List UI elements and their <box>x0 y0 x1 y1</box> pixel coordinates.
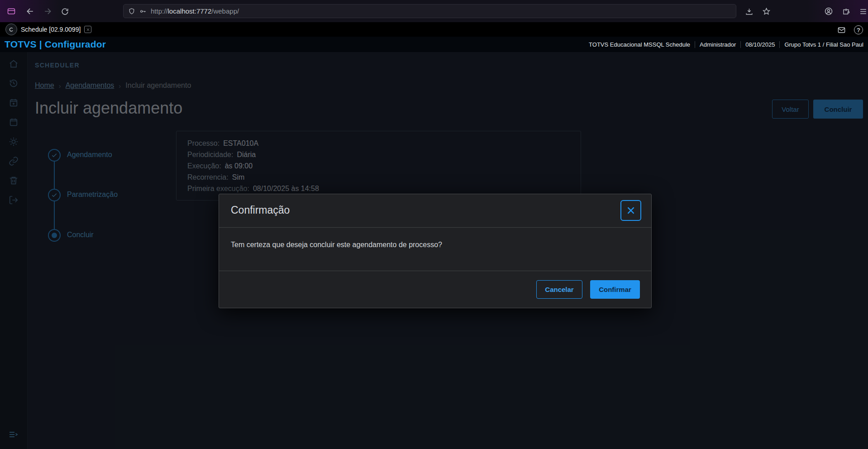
dialog-divider <box>219 271 651 271</box>
totvs-logo-icon <box>5 24 17 35</box>
firefox-view-icon[interactable] <box>4 4 19 19</box>
bookmark-star-icon[interactable] <box>758 4 774 19</box>
back-icon[interactable] <box>23 4 38 19</box>
tab-schedule[interactable]: Schedule [02.9.0099] <box>21 22 91 37</box>
totvs-header: TOTVS | Configurador TOTVS Educacional M… <box>0 37 868 52</box>
extensions-icon[interactable] <box>838 4 854 19</box>
brand-title: TOTVS | Configurador <box>5 37 106 52</box>
mail-icon[interactable] <box>835 24 848 36</box>
date-label: 08/10/2025 <box>740 41 779 48</box>
header-info: TOTVS Educacional MSSQL Schedule Adminis… <box>584 37 868 52</box>
url-input[interactable]: http://localhost:7772/webapp/ <box>123 4 736 18</box>
account-icon[interactable] <box>821 4 836 19</box>
url-text: http://localhost:7772/webapp/ <box>151 7 239 15</box>
app-tab-bar: Schedule [02.9.0099] ? <box>0 22 868 37</box>
dialog-divider <box>219 227 651 228</box>
dialog-close-icon[interactable] <box>620 200 641 221</box>
reload-icon[interactable] <box>57 4 72 19</box>
help-icon[interactable]: ? <box>852 24 865 36</box>
browser-toolbar: http://localhost:7772/webapp/ <box>0 0 868 22</box>
environment-label: TOTVS Educacional MSSQL Schedule <box>584 41 695 48</box>
dialog-title: Confirmação <box>231 204 290 216</box>
downloads-icon[interactable] <box>741 4 757 19</box>
key-icon[interactable] <box>139 8 147 15</box>
company-label: Grupo Totvs 1 / Filial Sao Paul <box>779 41 868 48</box>
user-label: Administrador <box>695 41 740 48</box>
shield-icon[interactable] <box>128 8 135 15</box>
tab-close-icon[interactable] <box>84 26 91 33</box>
dialog-message: Tem certeza que deseja concluir este age… <box>231 241 442 249</box>
forward-icon[interactable] <box>40 4 55 19</box>
menu-icon[interactable] <box>855 4 868 19</box>
cancel-button[interactable]: Cancelar <box>536 280 582 299</box>
confirmation-dialog: Confirmação Tem certeza que deseja concl… <box>219 194 652 308</box>
confirm-button[interactable]: Confirmar <box>590 280 640 299</box>
tab-title: Schedule [02.9.0099] <box>21 26 81 33</box>
screen: http://localhost:7772/webapp/ Schedule [… <box>0 0 868 449</box>
